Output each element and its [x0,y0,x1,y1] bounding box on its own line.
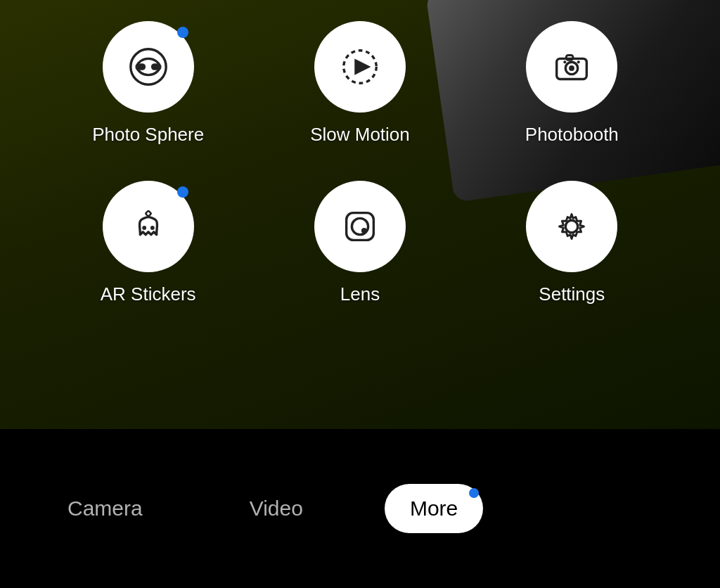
settings-label: Settings [539,283,605,305]
svg-rect-16 [347,213,374,241]
photo-sphere-blue-dot [177,27,188,38]
svg-marker-4 [354,58,371,75]
slow-motion-label: Slow Motion [310,124,410,146]
lens-icon-circle [314,181,406,272]
svg-point-7 [569,65,574,71]
lens-label: Lens [340,283,380,305]
settings-icon-circle [526,181,617,272]
tab-video-label: Video [250,497,303,520]
ar-stickers-blue-dot [177,186,188,198]
mode-photo-sphere[interactable]: Photo Sphere [42,21,254,146]
mode-settings[interactable]: Settings [466,181,678,305]
mode-photobooth[interactable]: Photobooth [466,21,678,146]
svg-point-0 [130,49,165,84]
mode-slow-motion[interactable]: Slow Motion [254,21,465,146]
tab-video[interactable]: Video [224,484,328,533]
settings-gear-icon [550,205,593,248]
tab-camera[interactable]: Camera [42,484,168,533]
more-blue-dot [469,488,479,498]
ar-stickers-label: AR Stickers [101,283,196,305]
bottom-navigation-bar: Camera Video More [0,429,720,588]
photo-sphere-icon-circle [103,21,194,113]
tab-more[interactable]: More [385,484,483,533]
svg-point-18 [361,228,367,234]
mode-lens[interactable]: Lens [254,181,465,305]
svg-point-13 [142,226,146,230]
ar-stickers-icon-circle [103,181,194,272]
photo-sphere-label: Photo Sphere [92,124,204,146]
photo-sphere-icon [127,45,170,89]
svg-rect-1 [137,63,146,70]
photobooth-icon [550,45,593,89]
photobooth-icon-circle [526,21,617,113]
svg-rect-2 [151,63,160,70]
svg-rect-15 [146,210,151,216]
mode-ar-stickers[interactable]: AR Stickers [42,181,254,305]
slow-motion-icon [338,45,382,89]
modes-grid: Photo Sphere Slow Motion [0,21,720,305]
lens-icon [338,205,382,248]
photobooth-label: Photobooth [525,124,619,146]
tab-camera-label: Camera [68,497,143,520]
svg-point-14 [150,226,155,230]
ar-stickers-icon [127,205,170,248]
tab-more-label: More [410,497,458,520]
slow-motion-icon-circle [314,21,406,113]
svg-point-19 [566,220,578,232]
